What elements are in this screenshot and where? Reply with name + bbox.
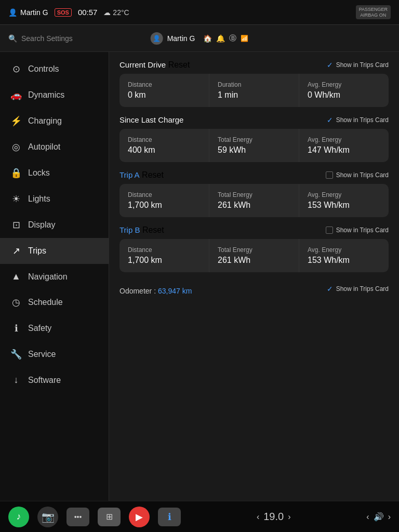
current-drive-show-trips[interactable]: ✓ Show in Trips Card [327,61,389,69]
locks-label: Locks [28,168,50,178]
sidebar-item-trips[interactable]: ↗ Trips [0,238,109,264]
current-drive-title: Current Drive [119,60,166,69]
trip-b-avg-label: Avg. Energy [308,246,380,254]
sidebar-item-schedule[interactable]: ◷ Schedule [0,289,109,315]
trip-a-header: Trip A Reset Show in Trips Card [119,170,389,180]
odometer: Odometer : 63,947 km [119,285,192,297]
user-profile[interactable]: 👤 Martin G [8,8,48,17]
speed-value: 19.0 [263,511,284,523]
sidebar-item-controls[interactable]: ⊙ Controls [0,56,109,82]
bottom-right-controls: ‹ 🔊 › [366,512,391,522]
spotify-app[interactable]: ♪ [8,507,29,527]
since-last-charge-title-group: Since Last Charge [119,115,183,125]
trip-a-section: Trip A Reset Show in Trips Card Distance… [119,170,389,217]
passenger-airbag-badge: PASSENGERAIRBAG ON [356,5,391,20]
slc-avg-value: 147 Wh/km [308,145,380,155]
info-app[interactable]: ℹ [158,508,181,526]
sidebar-item-safety[interactable]: ℹ Safety [0,315,109,341]
sidebar-item-lights[interactable]: ☀ Lights [0,186,109,212]
avg-energy-value: 0 Wh/km [308,90,380,100]
since-last-charge-title: Since Last Charge [119,115,183,124]
play-app[interactable]: ▶ [129,507,150,527]
secondary-bar: 🔍 Search Settings 👤 Martin G 🏠 🔔 Ⓑ 📶 [0,25,399,52]
speed-display: ‹ 19.0 › [257,511,291,523]
show-trips-label-3: Show in Trips Card [336,171,389,179]
sidebar-item-software[interactable]: ↓ Software [0,367,109,393]
trip-b-reset[interactable]: Reset [142,225,164,234]
sidebar-item-autopilot[interactable]: ◎ Autopilot [0,134,109,160]
trip-a-reset[interactable]: Reset [142,170,164,179]
chevron-right-bottom-icon: › [388,512,391,522]
show-trips-label: Show in Trips Card [336,61,389,69]
autopilot-icon: ◎ [10,141,22,153]
safety-label: Safety [28,324,51,333]
trip-b-header: Trip B Reset Show in Trips Card [119,225,389,235]
controls-icon: ⊙ [10,63,22,75]
slc-total-energy-label: Total Energy [218,136,290,143]
slc-distance-cell: Distance 400 km [119,129,209,162]
search-placeholder: Search Settings [21,34,73,43]
trip-a-avg-cell: Avg. Energy 153 Wh/km [299,184,389,217]
trips-label: Trips [28,246,46,256]
trip-a-distance-label: Distance [128,191,201,198]
chevron-right-icon: › [288,512,290,522]
slc-distance-value: 400 km [128,145,201,155]
dots-icon: ••• [74,513,82,521]
sidebar-item-service[interactable]: 🔧 Service [0,341,109,367]
since-last-charge-section: Since Last Charge ✓ Show in Trips Card D… [119,115,389,162]
sidebar-item-locks[interactable]: 🔒 Locks [0,160,109,186]
since-last-charge-show-trips[interactable]: ✓ Show in Trips Card [327,116,389,124]
trip-a-card: Distance 1,700 km Total Energy 261 kWh A… [119,184,389,217]
controls-label: Controls [28,64,59,74]
home-icon: 🏠 [203,34,212,43]
schedule-icon: ◷ [10,297,22,308]
current-drive-card: Distance 0 km Duration 1 min Avg. Energy… [119,74,389,107]
grid-app[interactable]: ⊞ [98,508,121,526]
sidebar-item-charging[interactable]: ⚡ Charging [0,108,109,134]
locks-icon: 🔒 [10,167,22,179]
trip-a-show-trips[interactable]: Show in Trips Card [326,171,389,179]
sidebar: ⊙ Controls 🚗 Dynamics ⚡ Charging ◎ Autop… [0,52,109,501]
slc-distance-label: Distance [128,136,201,143]
check-icon: ✓ [327,61,333,69]
status-bar: 👤 Martin G SOS 00:57 ☁ 22°C PASSENGERAIR… [0,0,399,25]
bell-icon: 🔔 [216,34,225,43]
trip-b-total-energy-value: 261 kWh [218,256,290,265]
trip-a-title: Trip A [119,170,140,179]
dynamics-icon: 🚗 [10,89,22,101]
checkbox-off-icon [326,171,333,179]
user-icon: 👤 [8,8,17,17]
camera-app[interactable]: 📷 [37,507,58,527]
show-trips-label-2: Show in Trips Card [336,116,389,124]
odometer-show-trips[interactable]: ✓ Show in Trips Card [327,285,389,293]
trip-a-title-group: Trip A Reset [119,170,164,180]
sidebar-item-display[interactable]: ⊡ Display [0,212,109,238]
trip-b-avg-cell: Avg. Energy 153 Wh/km [299,239,389,272]
trip-b-show-trips[interactable]: Show in Trips Card [326,227,389,234]
distance-label: Distance [128,81,201,88]
sidebar-item-navigation[interactable]: ▲ Navigation [0,264,109,289]
signal-icon: 📶 [241,35,248,42]
since-last-charge-header: Since Last Charge ✓ Show in Trips Card [119,115,389,125]
trip-b-card: Distance 1,700 km Total Energy 261 kWh A… [119,239,389,272]
lights-label: Lights [28,194,50,204]
duration-label: Duration [218,81,290,88]
trips-icon: ↗ [10,245,22,257]
software-label: Software [28,376,61,385]
search-icon: 🔍 [8,34,17,43]
navigation-icon: ▲ [10,271,22,282]
trip-b-title-group: Trip B Reset [119,225,164,235]
avg-energy-label: Avg. Energy [308,81,380,88]
volume-icon[interactable]: 🔊 [374,512,384,522]
trip-b-title: Trip B [119,225,140,234]
dots-app[interactable]: ••• [66,508,89,526]
current-drive-reset[interactable]: Reset [168,60,190,69]
current-drive-title-group: Current Drive Reset [119,60,190,70]
sos-button[interactable]: SOS [55,8,72,17]
slc-energy-cell: Total Energy 59 kWh [209,129,299,162]
trip-a-distance-cell: Distance 1,700 km [119,184,209,217]
status-right: PASSENGERAIRBAG ON [356,5,391,20]
sidebar-item-dynamics[interactable]: 🚗 Dynamics [0,82,109,108]
trip-b-total-energy-label: Total Energy [218,246,290,254]
current-drive-duration-cell: Duration 1 min [209,74,299,107]
